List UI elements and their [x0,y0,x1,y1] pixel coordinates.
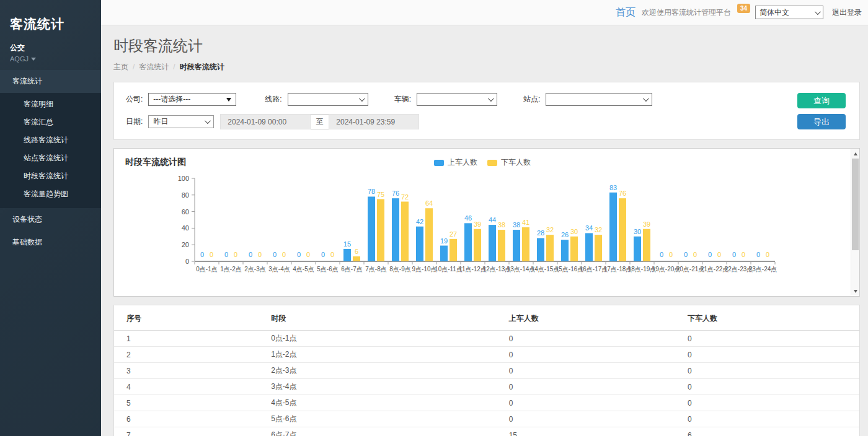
svg-text:0: 0 [669,251,673,258]
table-cell: 1 [114,334,259,343]
date-preset-select[interactable]: 昨日 [148,115,214,128]
svg-text:5点-6点: 5点-6点 [317,266,338,272]
bar-上车人数 [416,227,423,261]
scrollbar-up-arrow[interactable] [851,149,859,158]
table-cell: 0 [675,383,859,391]
vehicle-select[interactable] [417,93,497,106]
breadcrumb-home[interactable]: 主页 [113,63,128,71]
svg-text:0: 0 [708,251,712,258]
bar-上车人数 [392,198,399,261]
col-header-index: 序号 [114,313,259,324]
bar-上车人数 [537,238,544,261]
table-cell: 0 [675,367,859,375]
sidebar-item-station-stats[interactable]: 站点客流统计 [0,149,101,167]
svg-text:0: 0 [330,251,334,258]
table-cell: 0 [497,399,675,408]
svg-text:78: 78 [368,188,375,195]
sidebar-item-base-data[interactable]: 基础数据 [0,231,101,254]
svg-text:44: 44 [489,216,496,224]
breadcrumb-separator: / [128,63,139,71]
sidebar-item-passenger-stats[interactable]: 客流统计 [0,70,101,93]
sidebar-item-device-status[interactable]: 设备状态 [0,208,101,231]
bar-上车人数 [440,246,448,261]
svg-text:0: 0 [224,251,228,258]
svg-text:3点-4点: 3点-4点 [268,266,290,272]
sidebar-item-passenger-summary[interactable]: 客流汇总 [0,113,101,131]
table-cell: 6 [114,415,259,424]
svg-text:19: 19 [440,237,448,245]
bar-上车人数 [609,193,617,261]
query-button[interactable]: 查询 [797,93,846,108]
chart-panel: 时段车流统计图 上车人数 下车人数 020406080100000点-1点001… [113,148,860,297]
table-cell: 3点-4点 [259,381,496,392]
scrollbar-thumb[interactable] [852,159,859,250]
table-cell: 0 [675,399,859,408]
svg-text:2点-3点: 2点-3点 [244,266,265,272]
bar-上车人数 [489,225,496,261]
station-select[interactable] [546,93,652,106]
svg-text:0: 0 [684,251,688,258]
svg-text:38: 38 [498,221,505,229]
date-label: 日期: [126,116,143,127]
dropdown-triangle-icon [226,98,231,102]
sidebar-item-passenger-detail[interactable]: 客流明细 [0,95,101,113]
scrollbar-down-arrow[interactable] [851,287,859,295]
table-cell: 2点-3点 [259,365,496,376]
svg-text:0点-1点: 0点-1点 [196,266,217,272]
col-header-period: 时段 [259,313,496,324]
table-body: 10点-1点0021点-2点0032点-3点0043点-4点0054点-5点00… [114,330,859,436]
svg-text:41: 41 [522,219,529,226]
export-button[interactable]: 导出 [797,114,846,129]
svg-text:15: 15 [343,240,351,248]
svg-text:0: 0 [321,251,325,258]
svg-text:0: 0 [282,251,286,258]
table-row: 10点-1点00 [114,330,859,346]
svg-text:0: 0 [306,251,310,258]
svg-text:26: 26 [561,231,569,238]
date-to-label: 至 [311,114,329,129]
svg-text:0: 0 [200,251,204,258]
svg-text:38: 38 [513,221,520,229]
svg-text:0: 0 [210,251,213,258]
svg-text:8点-9点: 8点-9点 [389,266,410,272]
svg-text:0: 0 [660,251,663,258]
table-cell: 2 [114,351,259,359]
table-cell: 4 [114,383,259,391]
svg-text:72: 72 [401,193,409,201]
table-cell: 7 [114,431,259,436]
svg-text:39: 39 [643,220,650,228]
language-select[interactable]: 简体中文 [755,6,823,19]
svg-text:0: 0 [717,251,721,258]
bar-下车人数 [546,235,554,261]
logout-link[interactable]: 退出登录 [832,7,862,18]
table-cell: 1点-2点 [259,349,496,360]
svg-text:0: 0 [273,251,277,258]
chart-scrollbar[interactable] [851,149,859,295]
org-selector[interactable]: AQGJ [0,53,101,70]
station-label: 站点: [523,94,540,105]
date-preset-value: 昨日 [153,116,168,127]
sidebar-item-period-stats[interactable]: 时段客流统计 [0,167,101,185]
svg-text:23点-24点: 23点-24点 [749,266,777,272]
bar-下车人数 [474,229,481,261]
company-label: 公司: [126,94,143,105]
home-link[interactable]: 首页 [616,6,636,19]
breadcrumb-passenger-stats[interactable]: 客流统计 [139,63,169,71]
svg-text:9点-10点: 9点-10点 [412,266,436,272]
company-select[interactable]: ---请选择--- [148,93,236,106]
line-select[interactable] [288,93,368,106]
bar-上车人数 [585,233,593,261]
chevron-down-icon [488,95,494,102]
date-end-input[interactable]: 2024-01-09 23:59 [329,114,419,129]
table-cell: 5点-6点 [259,414,496,424]
vehicle-label: 车辆: [394,94,411,105]
date-start-input[interactable]: 2024-01-09 00:00 [220,114,311,129]
svg-text:0: 0 [742,251,745,258]
bar-上车人数 [343,249,351,261]
col-header-boarding: 上车人数 [497,313,675,324]
sidebar-item-line-stats[interactable]: 线路客流统计 [0,131,101,149]
filter-panel: 公司: ---请选择--- 线路: 车辆: [113,82,860,140]
table-row: 54点-5点00 [114,395,859,411]
data-table-panel: 序号 时段 上车人数 下车人数 10点-1点0021点-2点0032点-3点00… [113,305,860,436]
sidebar-item-trend-chart[interactable]: 客流量趋势图 [0,185,101,203]
